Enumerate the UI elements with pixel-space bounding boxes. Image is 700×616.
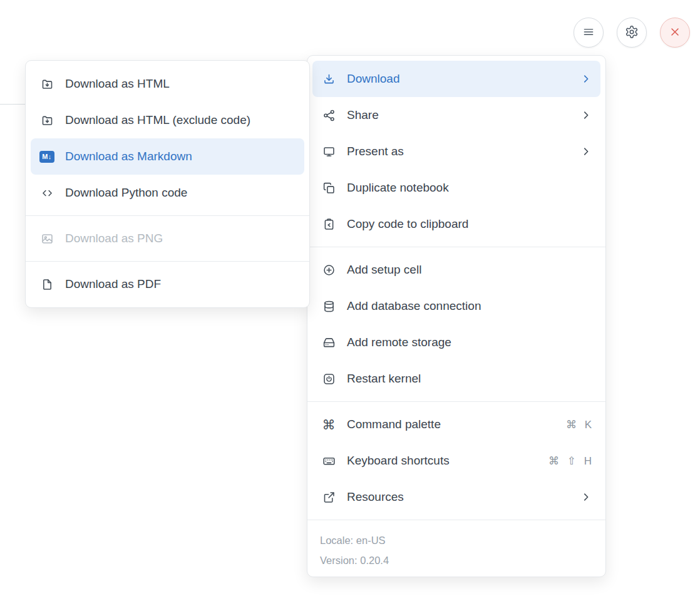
menu-divider bbox=[307, 401, 605, 402]
download-submenu: Download as HTML Download as HTML (exclu… bbox=[25, 60, 310, 308]
menu-item-restart-kernel[interactable]: Restart kernel bbox=[312, 361, 600, 397]
chevron-right-icon bbox=[580, 491, 592, 503]
menu-item-label: Download as Markdown bbox=[65, 150, 192, 163]
menu-item-download-as-png: Download as PNG bbox=[31, 220, 304, 257]
power-icon bbox=[321, 372, 336, 386]
notebook-menu: Download Share Present as Duplicate note… bbox=[307, 55, 606, 577]
duplicate-icon bbox=[321, 182, 336, 195]
add-cell-icon bbox=[321, 264, 336, 277]
menu-item-label: Present as bbox=[347, 145, 404, 158]
version-text: Version: 0.20.4 bbox=[320, 550, 593, 570]
menu-item-label: Download bbox=[347, 72, 400, 86]
code-icon bbox=[39, 187, 54, 200]
menu-item-present-as[interactable]: Present as bbox=[312, 133, 600, 170]
notebook-action-buttons bbox=[574, 18, 690, 48]
menu-item-label: Download Python code bbox=[65, 186, 187, 200]
chevron-right-icon bbox=[580, 146, 592, 157]
shortcut-label: ⌘ ⇧ H bbox=[548, 454, 592, 468]
menu-item-label: Restart kernel bbox=[347, 372, 421, 386]
menu-item-label: Add remote storage bbox=[347, 336, 451, 349]
menu-item-label: Download as HTML (exclude code) bbox=[65, 113, 250, 127]
command-icon: ⌘ bbox=[321, 418, 336, 431]
menu-item-add-remote-storage[interactable]: Add remote storage bbox=[312, 324, 600, 361]
menu-item-share[interactable]: Share bbox=[312, 97, 600, 133]
close-icon bbox=[669, 26, 681, 40]
download-box-icon bbox=[39, 78, 54, 91]
notebook-menu-button[interactable] bbox=[574, 18, 604, 48]
menu-item-label: Command palette bbox=[347, 418, 441, 431]
menu-footer: Locale: en-US Version: 0.20.4 bbox=[307, 525, 605, 572]
download-icon bbox=[321, 73, 336, 86]
menu-item-label: Copy code to clipboard bbox=[347, 217, 468, 231]
markdown-icon: M↓ bbox=[39, 151, 54, 163]
menu-item-copy-code-to-clipboard[interactable]: Copy code to clipboard bbox=[312, 206, 600, 242]
menu-item-add-database-connection[interactable]: Add database connection bbox=[312, 288, 600, 324]
menu-item-keyboard-shortcuts[interactable]: Keyboard shortcuts ⌘ ⇧ H bbox=[312, 443, 600, 479]
download-box-icon bbox=[39, 114, 54, 127]
menu-divider bbox=[26, 215, 309, 216]
menu-item-download-python-code[interactable]: Download Python code bbox=[31, 175, 304, 211]
copy-code-icon bbox=[321, 218, 336, 231]
menu-divider bbox=[307, 247, 605, 247]
menu-item-label: Download as HTML bbox=[65, 77, 170, 91]
menu-item-command-palette[interactable]: ⌘ Command palette ⌘ K bbox=[312, 406, 600, 443]
menu-item-add-setup-cell[interactable]: Add setup cell bbox=[312, 252, 600, 288]
menu-item-label: Add setup cell bbox=[347, 263, 421, 277]
shortcut-label: ⌘ K bbox=[566, 418, 592, 431]
chevron-right-icon bbox=[580, 73, 592, 85]
menu-item-label: Share bbox=[347, 108, 379, 122]
gear-icon bbox=[625, 25, 639, 41]
menu-item-label: Keyboard shortcuts bbox=[347, 454, 450, 468]
file-icon bbox=[39, 278, 54, 291]
menu-item-label: Download as PNG bbox=[65, 232, 163, 245]
chevron-right-icon bbox=[580, 110, 592, 121]
menu-item-label: Download as PDF bbox=[65, 277, 161, 291]
storage-icon bbox=[321, 336, 336, 349]
underlying-cell-border bbox=[0, 104, 25, 105]
database-icon bbox=[321, 300, 336, 313]
menu-item-label: Resources bbox=[347, 490, 404, 504]
menu-divider bbox=[307, 520, 605, 520]
menu-item-download[interactable]: Download bbox=[312, 61, 600, 97]
menu-item-download-as-html[interactable]: Download as HTML bbox=[31, 66, 304, 102]
menu-item-label: Add database connection bbox=[347, 299, 481, 313]
external-link-icon bbox=[321, 491, 336, 504]
keyboard-icon bbox=[321, 454, 336, 468]
hamburger-icon bbox=[582, 26, 595, 40]
close-button[interactable] bbox=[660, 18, 690, 48]
share-icon bbox=[321, 109, 336, 122]
settings-button[interactable] bbox=[617, 18, 647, 48]
menu-item-resources[interactable]: Resources bbox=[312, 479, 600, 515]
menu-divider bbox=[26, 261, 309, 262]
menu-item-download-as-markdown[interactable]: M↓ Download as Markdown bbox=[31, 138, 304, 175]
menu-item-download-as-html-exclude-code[interactable]: Download as HTML (exclude code) bbox=[31, 102, 304, 138]
locale-text: Locale: en-US bbox=[320, 530, 593, 550]
present-icon bbox=[321, 145, 336, 158]
menu-item-label: Duplicate notebook bbox=[347, 181, 449, 195]
image-icon bbox=[39, 232, 54, 245]
menu-item-duplicate-notebook[interactable]: Duplicate notebook bbox=[312, 170, 600, 206]
menu-item-download-as-pdf[interactable]: Download as PDF bbox=[31, 266, 304, 302]
